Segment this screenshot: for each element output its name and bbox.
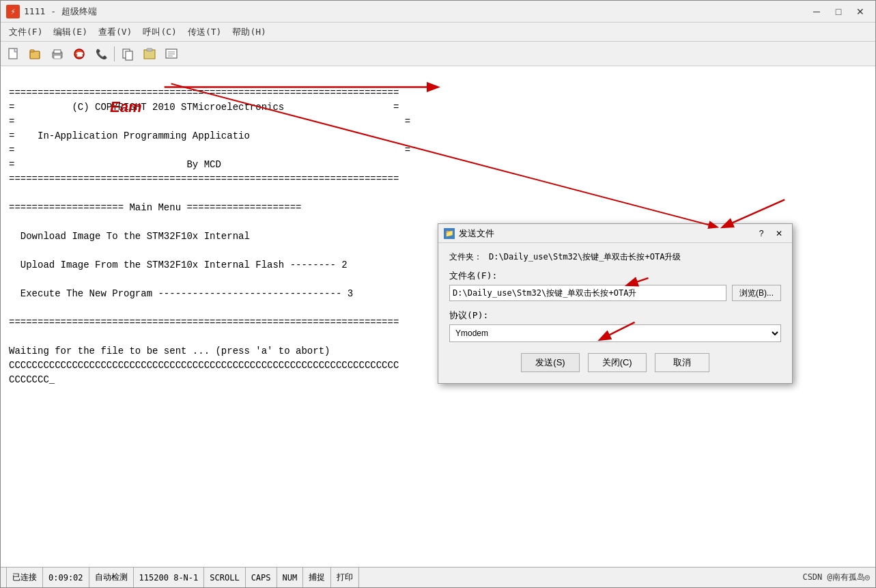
toolbar-new[interactable] xyxy=(3,44,24,64)
status-baud: 115200 8-N-1 xyxy=(134,568,205,587)
dialog-title: 发送文件 xyxy=(459,227,754,240)
toolbar-disconnect[interactable]: 📞 xyxy=(91,44,111,64)
svg-rect-2 xyxy=(30,50,34,52)
menu-call[interactable]: 呼叫(C) xyxy=(137,23,182,41)
window-controls: ─ □ ✕ xyxy=(807,4,870,19)
terminal-area: ========================================… xyxy=(1,66,875,568)
toolbar-connect[interactable]: ☎ xyxy=(69,44,89,64)
protocol-select[interactable]: Ymodem Xmodem Zmodem Kermit xyxy=(449,324,781,342)
menu-help[interactable]: 帮助(H) xyxy=(227,23,271,41)
toolbar-open[interactable] xyxy=(25,44,46,64)
send-button[interactable]: 发送(S) xyxy=(521,353,579,372)
status-scroll: SCROLL xyxy=(204,568,245,587)
toolbar-copy[interactable] xyxy=(117,44,138,64)
dialog-title-bar: 📁 发送文件 ? ✕ xyxy=(438,224,792,243)
status-caps: CAPS xyxy=(246,568,277,587)
dialog-folder-row: 文件夹： D:\Daily_use\Stm32\按键_单双击长按+OTA升级 xyxy=(449,251,781,263)
menu-view[interactable]: 查看(V) xyxy=(93,23,137,41)
filename-input-row: 浏览(B)... xyxy=(449,285,781,301)
status-connection: 已连接 xyxy=(6,568,43,587)
svg-rect-5 xyxy=(54,55,61,59)
svg-rect-1 xyxy=(30,51,40,59)
menu-edit[interactable]: 编辑(E) xyxy=(48,23,92,41)
status-capture: 捕捉 xyxy=(303,568,331,587)
svg-text:☎: ☎ xyxy=(76,51,83,58)
protocol-row: 协议(P): Ymodem Xmodem Zmodem Kermit xyxy=(449,309,781,342)
menu-transfer[interactable]: 传送(T) xyxy=(182,23,227,41)
svg-rect-4 xyxy=(54,50,61,53)
menu-file[interactable]: 文件(F) xyxy=(3,23,48,41)
svg-rect-0 xyxy=(9,48,17,59)
folder-value: D:\Daily_use\Stm32\按键_单双击长按+OTA升级 xyxy=(489,251,681,263)
window-title: 1111 - 超级终端 xyxy=(24,5,807,18)
status-bar: 已连接 0:09:02 自动检测 115200 8-N-1 SCROLL CAP… xyxy=(1,567,875,587)
svg-rect-12 xyxy=(147,48,152,51)
protocol-label: 协议(P): xyxy=(449,309,781,322)
dialog-help-button[interactable]: ? xyxy=(754,227,769,240)
folder-label: 文件夹： xyxy=(449,251,483,263)
minimize-button[interactable]: ─ xyxy=(807,4,826,19)
dialog-close-button[interactable]: 关闭(C) xyxy=(588,353,647,372)
filename-row: 文件名(F): 浏览(B)... xyxy=(449,270,781,301)
toolbar-paste[interactable] xyxy=(139,44,160,64)
menu-bar: 文件(F) 编辑(E) 查看(V) 呼叫(C) 传送(T) 帮助(H) xyxy=(1,23,875,42)
toolbar-separator xyxy=(114,46,115,61)
cancel-button[interactable]: 取消 xyxy=(655,353,709,372)
maximize-button[interactable]: □ xyxy=(829,4,848,19)
dialog-buttons: 发送(S) 关闭(C) 取消 xyxy=(449,353,781,372)
dialog-close-x-button[interactable]: ✕ xyxy=(772,227,787,240)
browse-button[interactable]: 浏览(B)... xyxy=(732,285,781,301)
filename-input[interactable] xyxy=(449,285,726,301)
dialog-controls: ? ✕ xyxy=(754,227,787,240)
title-bar: ⚡ 1111 - 超级终端 ─ □ ✕ xyxy=(1,1,875,23)
filename-label: 文件名(F): xyxy=(449,270,781,282)
status-print: 打印 xyxy=(331,568,359,587)
dialog-body: 文件夹： D:\Daily_use\Stm32\按键_单双击长按+OTA升级 文… xyxy=(438,243,792,383)
status-time: 0:09:02 xyxy=(43,568,89,587)
toolbar-properties[interactable] xyxy=(161,44,182,64)
dialog-icon: 📁 xyxy=(444,228,455,239)
status-right-info: CSDN @南有孤岛◎ xyxy=(802,572,870,583)
status-num: NUM xyxy=(277,568,304,587)
close-button[interactable]: ✕ xyxy=(851,4,870,19)
svg-text:📞: 📞 xyxy=(96,48,108,60)
send-file-dialog[interactable]: 📁 发送文件 ? ✕ 文件夹： D:\Daily_use\Stm32\按键_单双… xyxy=(438,223,793,384)
status-auto-detect: 自动检测 xyxy=(89,568,134,587)
svg-rect-10 xyxy=(126,51,132,60)
app-icon: ⚡ xyxy=(6,5,20,18)
toolbar: ☎ 📞 xyxy=(1,42,875,66)
toolbar-print[interactable] xyxy=(47,44,68,64)
